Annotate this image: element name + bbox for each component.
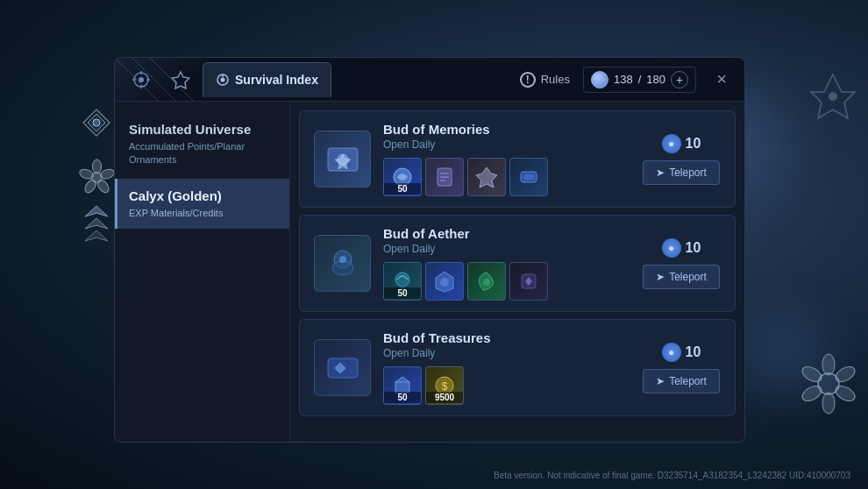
teleport-button-aether[interactable]: ➤ Teleport (643, 265, 720, 289)
item-aether-3 (467, 262, 506, 301)
main-window: Survival Index ! Rules 138 / 180 + × Sim… (114, 57, 745, 443)
svg-line-22 (132, 58, 176, 102)
item-aether-4 (509, 262, 548, 301)
item-memories-3 (467, 158, 506, 196)
sidebar-item-simulated-universe-title: Simulated Universe (129, 121, 275, 138)
reward-info-aether: Bud of Aether Open Daily 50 (383, 226, 630, 301)
sidebar-item-simulated-universe[interactable]: Simulated Universe Accumulated Points/Pl… (115, 112, 289, 175)
rules-button[interactable]: ! Rules (511, 68, 579, 91)
reward-items-aether: 50 (383, 262, 630, 301)
reward-points-treasures: ● 10 (662, 343, 701, 362)
svg-line-21 (115, 58, 159, 102)
reward-card-bud-treasures: Bud of Treasures Open Daily 50 $ 9500 (299, 319, 736, 416)
stamina-separator: / (638, 73, 642, 86)
teleport-icon-aether: ➤ (656, 271, 665, 283)
item-aether-1: 50 (383, 262, 422, 301)
reward-name-aether: Bud of Aether (383, 226, 630, 241)
item-memories-4 (509, 158, 548, 196)
teleport-icon-treasures: ➤ (656, 375, 665, 387)
item-memories-2 (425, 158, 464, 196)
status-bar: Beta version. Not indicative of final ga… (494, 471, 850, 480)
svg-marker-43 (476, 167, 497, 188)
close-button[interactable]: × (708, 66, 736, 94)
stamina-max: 180 (646, 73, 665, 86)
rules-icon: ! (520, 72, 536, 88)
item-treasures-1-count: 50 (384, 392, 421, 403)
item-memories-1-count: 50 (384, 183, 421, 195)
svg-text:$: $ (442, 380, 448, 393)
reward-points-memories: ● 10 (662, 134, 701, 153)
stamina-current: 138 (614, 73, 633, 86)
stamina-plus-button[interactable]: + (671, 71, 688, 89)
title-corner-decoration (115, 58, 238, 102)
sidebar-item-calyx-golden[interactable]: Calyx (Golden) EXP Materials/Credits (115, 179, 289, 229)
svg-rect-45 (523, 174, 534, 180)
reward-name-memories: Bud of Memories (383, 122, 630, 137)
points-icon-treasures: ● (662, 343, 681, 362)
reward-thumbnail-aether (314, 235, 371, 292)
reward-info-treasures: Bud of Treasures Open Daily 50 $ 9500 (383, 330, 630, 405)
reward-status-memories: Open Daily (383, 138, 630, 151)
svg-point-47 (332, 261, 353, 275)
reward-right-aether: ● 10 ➤ Teleport (642, 238, 721, 289)
svg-point-48 (339, 256, 346, 263)
teleport-button-treasures[interactable]: ➤ Teleport (643, 369, 720, 393)
right-panel: Bud of Memories Open Daily 50 (290, 102, 744, 442)
status-text: Beta version. Not indicative of final ga… (494, 471, 850, 480)
svg-point-52 (440, 278, 449, 287)
sidebar-item-simulated-universe-subtitle: Accumulated Points/Planar Ornaments (129, 140, 275, 167)
reward-thumbnail-treasures (314, 339, 371, 396)
reward-right-memories: ● 10 ➤ Teleport (642, 134, 721, 185)
item-treasures-1: 50 (383, 366, 422, 405)
tab-label: Survival Index (235, 73, 318, 87)
sidebar-item-calyx-subtitle: EXP Materials/Credits (129, 207, 275, 220)
teleport-button-memories[interactable]: ➤ Teleport (643, 160, 720, 185)
rules-label: Rules (541, 73, 570, 86)
reward-card-bud-memories: Bud of Memories Open Daily 50 (299, 110, 736, 208)
item-treasures-2: $ 9500 (425, 366, 464, 405)
reward-info-memories: Bud of Memories Open Daily 50 (383, 122, 630, 196)
reward-name-treasures: Bud of Treasures (383, 330, 630, 345)
stamina-display[interactable]: 138 / 180 + (583, 67, 696, 93)
reward-right-treasures: ● 10 ➤ Teleport (642, 343, 721, 393)
teleport-icon-memories: ➤ (656, 167, 665, 179)
svg-line-23 (150, 58, 194, 102)
item-treasures-2-count: 9500 (426, 392, 463, 403)
sidebar-item-calyx-title: Calyx (Golden) (129, 188, 275, 205)
sidebar: Simulated Universe Accumulated Points/Pl… (115, 102, 290, 442)
reward-card-bud-aether: Bud of Aether Open Daily 50 (299, 215, 736, 312)
item-aether-2 (425, 262, 464, 301)
reward-points-aether: ● 10 (662, 238, 701, 258)
reward-status-aether: Open Daily (383, 243, 630, 255)
reward-status-treasures: Open Daily (383, 347, 630, 359)
svg-point-53 (483, 279, 490, 286)
item-memories-1: 50 (383, 158, 422, 196)
reward-items-memories: 50 (383, 158, 630, 196)
title-bar: Survival Index ! Rules 138 / 180 + × (115, 58, 744, 102)
points-icon-memories: ● (662, 134, 681, 153)
reward-thumbnail-memories (314, 131, 371, 188)
content-area: Simulated Universe Accumulated Points/Pl… (115, 102, 744, 442)
item-aether-1-count: 50 (384, 287, 421, 299)
points-icon-aether: ● (662, 238, 681, 258)
reward-items-treasures: 50 $ 9500 (383, 366, 630, 405)
stamina-icon (591, 71, 608, 89)
